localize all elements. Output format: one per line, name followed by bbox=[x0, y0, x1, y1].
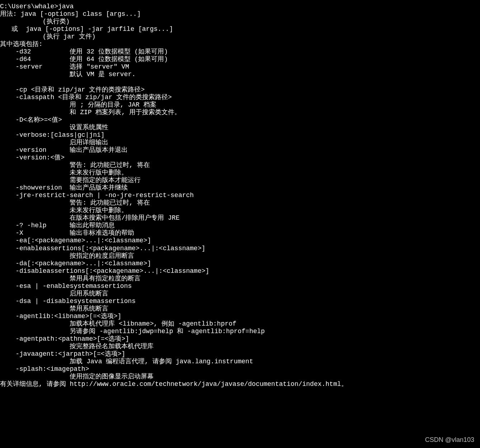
watermark-text: CSDN @vlan103 bbox=[425, 436, 474, 444]
terminal-text: C:\Users\whale>java 用法: java [-options] … bbox=[0, 3, 348, 388]
terminal-output[interactable]: C:\Users\whale>java 用法: java [-options] … bbox=[0, 0, 480, 388]
